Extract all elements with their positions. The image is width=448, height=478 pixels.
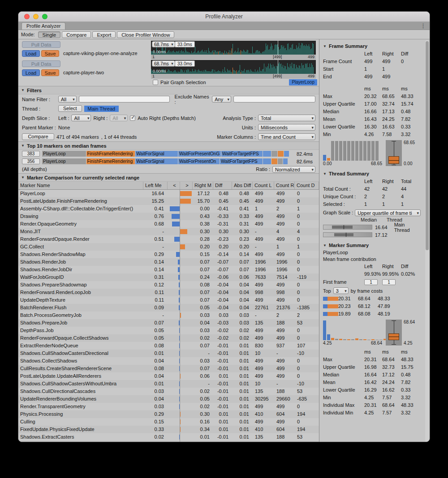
- table-row[interactable]: Shadows.PrepareJob0.070.04-0.030.0313518…: [18, 319, 319, 327]
- table-row[interactable]: Batch.ProcessGeometryJob-0.030.030.03-22: [18, 312, 319, 319]
- pull-data-left-button[interactable]: Pull Data: [22, 41, 60, 48]
- column-header-6[interactable]: Abs Diff▼: [232, 182, 253, 189]
- top10-segment[interactable]: [278, 158, 283, 164]
- top10-segment[interactable]: [271, 158, 278, 164]
- top10-segment[interactable]: PlayerLoop: [42, 158, 86, 164]
- top10-segment[interactable]: WaitForTargetFPS: [221, 151, 263, 157]
- table-row[interactable]: Mono.JIT-0.300.300.30-44: [18, 228, 319, 235]
- table-row[interactable]: Culling0.150.160.010.014994990: [18, 418, 319, 426]
- top10-segment[interactable]: [263, 151, 272, 157]
- name-filter-input[interactable]: [79, 96, 170, 102]
- marker-columns-dropdown[interactable]: Time and Count: [258, 133, 315, 140]
- table-row[interactable]: Render.TransparentGeometry0.030.02-0.010…: [18, 403, 319, 410]
- table-row[interactable]: ExtractRenderNodeQueue0.080.07-0.010.018…: [18, 342, 319, 350]
- mode-compare-button[interactable]: Compare: [62, 31, 91, 38]
- top10-segment[interactable]: WaitForSignal: [135, 151, 178, 157]
- kebab-menu-icon[interactable]: ⋮: [420, 22, 426, 29]
- table-row[interactable]: UpdateDepthTexture0.110.07-0.040.0449949…: [18, 296, 319, 304]
- table-row[interactable]: Physics.Processing0.290.300.010.01410604…: [18, 410, 319, 418]
- auto-right-checkbox[interactable]: [130, 115, 135, 121]
- graph-scale-dropdown[interactable]: Upper quartile of frame ti: [355, 209, 421, 216]
- filters-section-header[interactable]: ▼ Filters: [18, 86, 319, 94]
- depth-right-dropdown[interactable]: All: [110, 115, 128, 121]
- table-row[interactable]: RenderForwardOpaque.Render0.510.28-0.230…: [18, 235, 319, 243]
- column-header-8[interactable]: Count R: [274, 182, 295, 189]
- column-header-5[interactable]: Diff: [213, 182, 232, 189]
- table-row[interactable]: Render.OpaqueGeometry0.680.38-0.310.3149…: [18, 220, 319, 228]
- first-frame-left-button[interactable]: 1: [364, 279, 378, 285]
- top10-segment[interactable]: WaitForSignal: [135, 158, 178, 164]
- depth-left-dropdown[interactable]: All: [71, 115, 91, 121]
- table-row[interactable]: WaitForJobGroupID0.310.24-0.060.06763375…: [18, 273, 319, 281]
- table-row[interactable]: FixedUpdate.PhysicsFixedUpdate0.330.340.…: [18, 426, 319, 433]
- top10-segment[interactable]: [278, 151, 284, 157]
- table-row[interactable]: RenderForwardOpaque.CollectShadows0.050.…: [18, 334, 319, 342]
- top10-segment[interactable]: WaitForPresentOnG: [178, 151, 221, 157]
- table-row[interactable]: Shadows.CullShadowCastersWithoutUmbra0.0…: [18, 380, 319, 388]
- summary-scrollbar[interactable]: [425, 40, 429, 442]
- column-header-1[interactable]: Left Me: [143, 182, 168, 189]
- comparison-section-header[interactable]: ▼ Marker Comparison for currently select…: [18, 173, 319, 182]
- table-row[interactable]: ParticleSystem.UpdateJob0.010.010.010.01…: [18, 441, 319, 442]
- table-row[interactable]: Shadows.CullShadowCastersDirectional0.01…: [18, 350, 319, 357]
- pull-data-right-button[interactable]: Pull Data: [22, 60, 60, 67]
- top-count-dropdown[interactable]: 3: [333, 287, 349, 294]
- export-button[interactable]: Export: [92, 31, 116, 38]
- ratio-dropdown[interactable]: Normalized: [272, 166, 315, 173]
- table-row[interactable]: RenderForward.RenderLoopJob0.110.07-0.04…: [18, 289, 319, 296]
- table-row[interactable]: Shadows.CullDirectionalCascades0.030.02-…: [18, 388, 319, 395]
- column-header-7[interactable]: Count L: [253, 182, 274, 189]
- table-row[interactable]: Drawing0.760.43-0.330.334994990: [18, 213, 319, 220]
- table-row[interactable]: PostLateUpdate.UpdateAllRenderers0.040.0…: [18, 372, 319, 380]
- thread-select-button[interactable]: Select: [58, 105, 82, 112]
- table-row[interactable]: CullResults.CreateSharedRendererScene0.0…: [18, 365, 319, 372]
- table-row[interactable]: PlayerLoop16.6417.120.480.484994990: [18, 190, 319, 197]
- zoom-window-icon[interactable]: [42, 14, 47, 19]
- load-left-button[interactable]: Load: [22, 50, 40, 57]
- column-header-4[interactable]: Right M: [193, 182, 213, 189]
- table-row[interactable]: Shadows.ExtractCasters0.020.01-0.010.011…: [18, 433, 319, 441]
- top10-segment[interactable]: [271, 151, 278, 157]
- top10-segment[interactable]: FinishFrameRendering: [86, 158, 136, 164]
- top10-segment[interactable]: [263, 158, 272, 164]
- load-right-button[interactable]: Load: [22, 69, 40, 76]
- units-dropdown[interactable]: Milliseconds: [258, 124, 315, 131]
- close-window-icon[interactable]: [24, 14, 30, 19]
- column-header-3[interactable]: >: [180, 182, 193, 189]
- table-row[interactable]: Shadows.PrepareShadowmap0.120.08-0.040.0…: [18, 281, 319, 289]
- save-right-button[interactable]: Save: [41, 69, 59, 76]
- right-range-dropdown[interactable]: 68.7ms: [152, 60, 175, 67]
- table-row[interactable]: BatchRenderer.Flush0.090.05-0.040.042276…: [18, 304, 319, 312]
- column-header-2[interactable]: <: [168, 182, 180, 189]
- median-frame-button[interactable]: 383: [22, 151, 40, 157]
- scrollbar-thumb[interactable]: [426, 41, 429, 250]
- table-row[interactable]: Shadows.CollectShadows0.040.03-0.010.014…: [18, 357, 319, 365]
- right-frame-graph[interactable]: 68.7ms 33.0ms 0.00ms: [151, 60, 316, 74]
- median-frame-button[interactable]: 356: [22, 158, 40, 164]
- table-row[interactable]: Shadows.RenderJob0.140.07-0.070.07199619…: [18, 258, 319, 266]
- mode-single-button[interactable]: Single: [38, 31, 61, 38]
- first-frame-right-button[interactable]: 1: [382, 279, 396, 285]
- column-header-marker-name[interactable]: Marker Name: [18, 182, 143, 189]
- pair-graph-selection-checkbox[interactable]: [153, 80, 158, 85]
- table-row[interactable]: GC.Collect-0.200.200.20-11: [18, 243, 319, 251]
- table-row[interactable]: Assembly-CSharp.dll!::Collectable.OnTrig…: [18, 205, 319, 213]
- table-row[interactable]: Shadows.RenderShadowMap0.290.15-0.140.14…: [18, 251, 319, 258]
- table-row[interactable]: DepthPass.Job0.050.03-0.020.024994990: [18, 327, 319, 334]
- top10-section-header[interactable]: ▼ Top 10 markers on median frames: [18, 141, 319, 150]
- exclude-names-input[interactable]: [233, 96, 315, 102]
- top10-segment[interactable]: [284, 151, 289, 157]
- save-left-button[interactable]: Save: [41, 50, 59, 57]
- top10-segment[interactable]: FinishFrameRendering: [86, 151, 136, 157]
- left-range-dropdown[interactable]: 68.7ms: [152, 41, 175, 47]
- compare-button[interactable]: Compare: [22, 133, 54, 140]
- top10-segment[interactable]: PlayerLoop: [42, 151, 86, 157]
- thread-summary-header[interactable]: ▼ Thread Summary: [323, 170, 421, 178]
- marker-summary-header[interactable]: ▼ Marker Summary: [323, 241, 421, 249]
- table-row[interactable]: PostLateUpdate.FinishFrameRendering15.25…: [18, 197, 319, 205]
- top10-segment[interactable]: [283, 158, 288, 164]
- column-header-9[interactable]: Count D: [295, 182, 319, 189]
- tab-profile-analyzer[interactable]: Profile Analyzer: [22, 22, 65, 30]
- title-bar[interactable]: Profile Analyzer: [18, 12, 430, 22]
- top10-segment[interactable]: WaitForTargetFPS: [220, 158, 263, 164]
